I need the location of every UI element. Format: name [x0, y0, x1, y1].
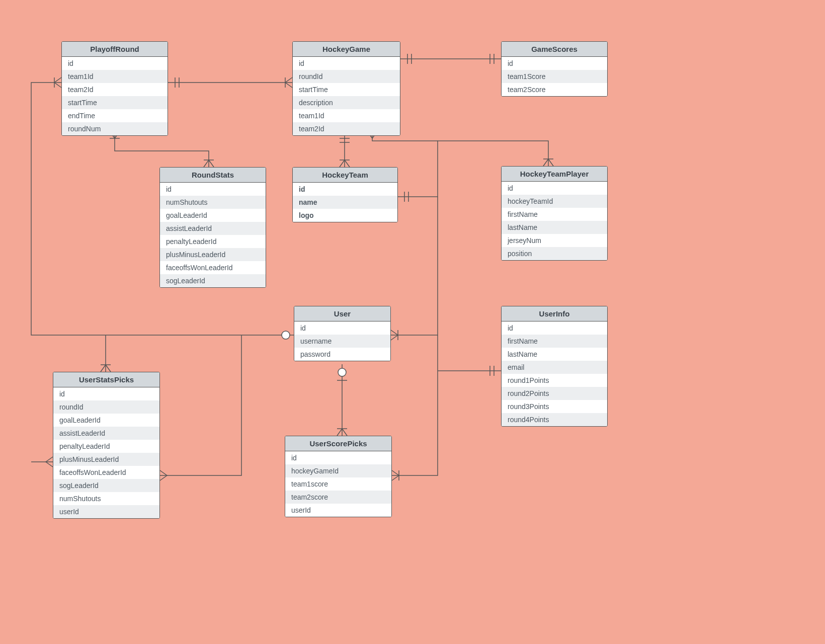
entity-title: User	[294, 306, 390, 321]
entity-field: firstName	[502, 208, 607, 221]
entity-hockeygame: HockeyGame id roundId startTime descript…	[292, 41, 400, 136]
entity-roundstats: RoundStats id numShutouts goalLeaderId a…	[159, 167, 266, 288]
entity-field: assistLeaderId	[53, 427, 159, 440]
entity-field: goalLeaderId	[53, 414, 159, 427]
entity-field: id	[285, 451, 391, 464]
entity-field: faceoffsWonLeaderId	[53, 466, 159, 479]
entity-field: round2Points	[502, 387, 607, 400]
entity-field: team2Id	[293, 122, 400, 135]
entity-field: logo	[293, 209, 397, 222]
entity-field: lastName	[502, 221, 607, 234]
entity-field: id	[502, 57, 607, 70]
entity-field: penaltyLeaderId	[53, 440, 159, 453]
entity-field: name	[293, 196, 397, 209]
entity-title: PlayoffRound	[62, 42, 168, 57]
entity-field: goalLeaderId	[160, 209, 266, 222]
entity-field: plusMinusLeaderId	[53, 453, 159, 466]
entity-field: id	[502, 182, 607, 195]
entity-userinfo: UserInfo id firstName lastName email rou…	[501, 306, 608, 427]
entity-field: sogLeaderId	[160, 274, 266, 287]
entity-title: HockeyGame	[293, 42, 400, 57]
entity-title: RoundStats	[160, 168, 266, 183]
entity-field: hockeyTeamId	[502, 195, 607, 208]
entity-field: roundId	[293, 70, 400, 83]
entity-field: sogLeaderId	[53, 479, 159, 492]
entity-field: id	[294, 321, 390, 335]
entity-field: startTime	[293, 83, 400, 96]
entity-field: faceoffsWonLeaderId	[160, 261, 266, 274]
entity-title: UserInfo	[502, 306, 607, 321]
entity-title: GameScores	[502, 42, 607, 57]
entity-field: id	[53, 387, 159, 400]
entity-field: id	[62, 57, 168, 70]
entity-field: round4Points	[502, 413, 607, 426]
entity-field: startTime	[62, 96, 168, 109]
entity-field: hockeyGameId	[285, 464, 391, 477]
entity-field: endTime	[62, 109, 168, 122]
entity-field: jerseyNum	[502, 234, 607, 247]
entity-field: password	[294, 348, 390, 361]
entity-field: numShutouts	[53, 492, 159, 505]
entity-field: position	[502, 247, 607, 260]
entity-field: email	[502, 361, 607, 374]
entity-hockeyteam: HockeyTeam id name logo	[292, 167, 398, 222]
entity-userstatspicks: UserStatsPicks id roundId goalLeaderId a…	[53, 372, 160, 519]
entity-field: numShutouts	[160, 196, 266, 209]
entity-playoffround: PlayoffRound id team1Id team2Id startTim…	[61, 41, 168, 136]
entity-field: team1Id	[62, 70, 168, 83]
entity-field: round1Points	[502, 374, 607, 387]
entity-title: HockeyTeamPlayer	[502, 167, 607, 182]
entity-field: description	[293, 96, 400, 109]
entity-field: plusMinusLeaderId	[160, 248, 266, 261]
entity-field: lastName	[502, 348, 607, 361]
entity-field: firstName	[502, 335, 607, 348]
entity-field: userId	[285, 504, 391, 517]
svg-point-23	[338, 368, 346, 376]
entity-field: team1Score	[502, 70, 607, 83]
entity-gamescores: GameScores id team1Score team2Score	[501, 41, 608, 97]
entity-field: penaltyLeaderId	[160, 235, 266, 248]
entity-title: HockeyTeam	[293, 168, 397, 183]
entity-hockeyteamplayer: HockeyTeamPlayer id hockeyTeamId firstNa…	[501, 166, 608, 261]
entity-field: team2Id	[62, 83, 168, 96]
entity-field: roundNum	[62, 122, 168, 135]
entity-field: id	[160, 183, 266, 196]
entity-title: UserStatsPicks	[53, 372, 159, 387]
entity-field: team2score	[285, 491, 391, 504]
entity-field: username	[294, 335, 390, 348]
entity-field: id	[293, 57, 400, 70]
entity-title: UserScorePicks	[285, 436, 391, 451]
entity-userscorepicks: UserScorePicks id hockeyGameId team1scor…	[285, 436, 392, 517]
entity-field: id	[293, 183, 397, 196]
entity-field: id	[502, 321, 607, 335]
entity-field: assistLeaderId	[160, 222, 266, 235]
entity-field: team2Score	[502, 83, 607, 96]
entity-field: roundId	[53, 400, 159, 414]
entity-field: userId	[53, 505, 159, 518]
entity-field: team1Id	[293, 109, 400, 122]
entity-field: team1score	[285, 477, 391, 491]
svg-point-19	[282, 331, 290, 339]
entity-user: User id username password	[294, 306, 391, 361]
entity-field: round3Points	[502, 400, 607, 413]
